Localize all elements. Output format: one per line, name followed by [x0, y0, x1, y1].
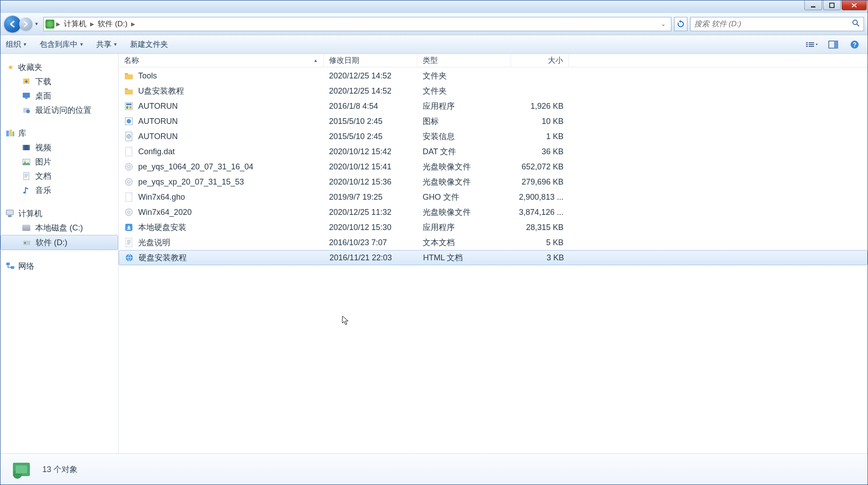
svg-rect-8 [809, 46, 814, 47]
address-bar[interactable]: ▶ 计算机 ▶ 软件 (D:) ▶ ⌄ [43, 17, 671, 31]
share-button[interactable]: 共享 ▼ [96, 39, 118, 49]
content-area: ★ 收藏夹 下载 桌面 最近访问的位置 [0, 54, 868, 453]
file-size-cell: 3 KB [511, 253, 569, 263]
svg-rect-15 [25, 98, 28, 99]
svg-rect-20 [12, 132, 14, 136]
svg-point-2 [853, 20, 857, 25]
column-date[interactable]: 修改日期 [324, 54, 417, 67]
column-type[interactable]: 类型 [417, 54, 511, 67]
app-icon [124, 222, 134, 232]
file-type-cell: 光盘映像文件 [417, 207, 511, 218]
chevron-down-icon: ▼ [23, 42, 27, 47]
file-name: Config.dat [138, 147, 175, 156]
svg-point-31 [24, 242, 26, 244]
chevron-right-icon[interactable]: ▶ [56, 21, 60, 27]
file-name-cell: 本地硬盘安装 [119, 222, 324, 233]
file-date-cell: 2020/10/12 15:42 [324, 147, 417, 156]
file-type-cell: DAT 文件 [417, 146, 511, 157]
file-name: AUTORUN [138, 117, 178, 126]
organize-button[interactable]: 组织 ▼ [6, 39, 27, 49]
file-row[interactable]: AUTORUN2015/5/10 2:45图标10 KB [119, 114, 868, 129]
sidebar-item-desktop[interactable]: 桌面 [0, 89, 118, 103]
file-type-cell: 光盘映像文件 [417, 177, 511, 187]
new-folder-label: 新建文件夹 [130, 39, 168, 49]
file-list[interactable]: Tools2020/12/25 14:52文件夹U盘安装教程2020/12/25… [119, 67, 868, 453]
file-name: pe_yqs_1064_20_07_31_16_04 [138, 162, 253, 172]
column-headers: 名称 ▲ 修改日期 类型 大小 [119, 54, 868, 67]
share-label: 共享 [96, 39, 111, 49]
svg-rect-10 [834, 41, 838, 48]
file-row[interactable]: Win7x64_20202020/12/25 11:32光盘映像文件3,874,… [119, 205, 868, 220]
toolbar: 组织 ▼ 包含到库中 ▼ 共享 ▼ 新建文件夹 [0, 35, 868, 54]
sidebar-item-drive-d[interactable]: 软件 (D:) [0, 235, 118, 250]
file-row[interactable]: pe_yqs_1064_20_07_31_16_042020/10/12 15:… [119, 159, 868, 174]
svg-rect-36 [126, 106, 128, 109]
search-input[interactable] [694, 20, 852, 29]
sidebar-item-documents[interactable]: 文档 [0, 169, 118, 183]
svg-rect-7 [806, 46, 808, 47]
file-row[interactable]: Tools2020/12/25 14:52文件夹 [119, 68, 868, 83]
sidebar-header-libraries[interactable]: 库 [0, 126, 118, 140]
status-bar: 13 个对象 [0, 453, 868, 485]
column-label: 名称 [124, 55, 139, 66]
file-row[interactable]: AUTORUN2015/5/10 2:45安装信息1 KB [119, 129, 868, 144]
html-icon [124, 253, 134, 263]
maximize-button[interactable] [823, 0, 841, 10]
sidebar-group-libraries: 库 视频 图片 文档 音乐 [0, 126, 118, 197]
search-box[interactable] [690, 17, 864, 31]
column-size[interactable]: 大小 [511, 54, 569, 67]
file-row[interactable]: U盘安装教程2020/12/25 14:52文件夹 [119, 83, 868, 99]
file-row[interactable]: AUTORUN2016/1/8 4:54应用程序1,926 KB [119, 99, 868, 114]
include-in-library-button[interactable]: 包含到库中 ▼ [40, 39, 84, 49]
file-row[interactable]: 硬盘安装教程2016/11/21 22:03HTML 文档3 KB [119, 250, 868, 265]
svg-rect-1 [830, 3, 834, 8]
breadcrumb-drive[interactable]: 软件 (D:) [96, 18, 129, 30]
file-name: 光盘说明 [138, 237, 170, 248]
file-row[interactable]: Config.dat2020/10/12 15:42DAT 文件36 KB [119, 144, 868, 159]
minimize-button[interactable] [804, 0, 822, 10]
file-type-cell: 安装信息 [417, 131, 511, 142]
search-icon [852, 19, 860, 29]
sidebar-item-pictures[interactable]: 图片 [0, 155, 118, 169]
sidebar-item-music[interactable]: 音乐 [0, 183, 118, 197]
chevron-right-icon[interactable]: ▶ [90, 21, 94, 27]
file-name-cell: U盘安装教程 [119, 86, 324, 96]
view-options-button[interactable] [804, 38, 819, 51]
refresh-button[interactable] [674, 17, 687, 31]
sidebar-item-recent[interactable]: 最近访问的位置 [0, 103, 118, 117]
forward-button[interactable] [19, 17, 33, 31]
breadcrumb-computer[interactable]: 计算机 [62, 18, 88, 30]
sidebar-header-computer[interactable]: 计算机 [0, 206, 118, 221]
file-icon [124, 147, 134, 156]
libraries-label: 库 [18, 128, 26, 139]
file-type-cell: 应用程序 [417, 222, 511, 233]
back-button[interactable] [4, 16, 21, 33]
navigation-bar: ▼ ▶ 计算机 ▶ 软件 (D:) ▶ ⌄ [0, 13, 868, 35]
file-name-cell: AUTORUN [119, 101, 324, 111]
file-row[interactable]: 本地硬盘安装2020/10/12 15:30应用程序28,315 KB [119, 220, 868, 235]
sidebar-item-downloads[interactable]: 下载 [0, 74, 118, 89]
sidebar-header-network[interactable]: 网络 [0, 259, 118, 273]
file-row[interactable]: 光盘说明2016/10/23 7:07文本文档5 KB [119, 235, 868, 250]
sidebar-header-favorites[interactable]: ★ 收藏夹 [0, 60, 118, 74]
close-button[interactable] [842, 0, 867, 10]
column-name[interactable]: 名称 ▲ [119, 54, 324, 67]
new-folder-button[interactable]: 新建文件夹 [130, 39, 168, 49]
network-icon [6, 262, 15, 271]
chevron-down-icon: ▼ [79, 42, 84, 47]
file-row[interactable]: Win7x64.gho2019/9/7 19:25GHO 文件2,900,813… [119, 189, 868, 205]
sidebar-item-videos[interactable]: 视频 [0, 140, 118, 155]
help-button[interactable]: ? [847, 38, 862, 51]
file-size-cell: 3,874,126 ... [511, 208, 569, 217]
address-dropdown[interactable]: ⌄ [658, 21, 669, 27]
nav-history-dropdown[interactable]: ▼ [33, 21, 41, 26]
ico-icon [124, 116, 134, 126]
file-size-cell: 652,072 KB [511, 162, 569, 172]
sidebar-item-drive-c[interactable]: 本地磁盘 (C:) [0, 221, 118, 235]
file-row[interactable]: pe_yqs_xp_20_07_31_15_532020/10/12 15:36… [119, 174, 868, 189]
file-name-cell: 硬盘安装教程 [119, 252, 324, 263]
chevron-right-icon[interactable]: ▶ [131, 21, 135, 27]
preview-pane-button[interactable] [826, 38, 841, 51]
sidebar-group-favorites: ★ 收藏夹 下载 桌面 最近访问的位置 [0, 60, 118, 117]
sidebar-item-label: 桌面 [35, 90, 51, 101]
